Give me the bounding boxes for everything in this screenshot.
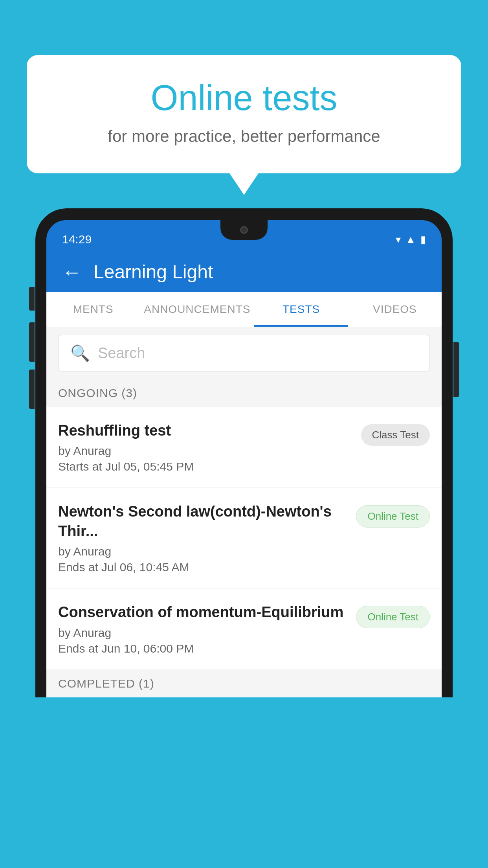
- search-container: 🔍 Search: [46, 327, 442, 379]
- bubble-subtitle: for more practice, better performance: [58, 127, 430, 146]
- tab-videos[interactable]: VIDEOS: [348, 292, 442, 327]
- search-placeholder: Search: [98, 345, 145, 362]
- status-icons: ▾ ▲ ▮: [396, 234, 426, 246]
- signal-icon: ▲: [405, 234, 416, 246]
- status-time: 14:29: [62, 233, 92, 246]
- class-test-badge: Class Test: [361, 424, 430, 446]
- test-name: Conservation of momentum-Equilibrium: [58, 603, 348, 622]
- back-button[interactable]: ←: [62, 262, 82, 282]
- phone-screen: ← Learning Light MENTS ANNOUNCEMENTS TES…: [46, 252, 442, 697]
- wifi-icon: ▾: [396, 234, 401, 246]
- phone-notch: [220, 220, 268, 240]
- test-date: Ends at Jun 10, 06:00 PM: [58, 642, 348, 655]
- test-list: Reshuffling test by Anurag Starts at Jul…: [46, 407, 442, 670]
- test-name: Newton's Second law(contd)-Newton's Thir…: [58, 502, 348, 541]
- phone-side-btn: [29, 287, 35, 311]
- phone-frame: 14:29 ▾ ▲ ▮ ← Learning Light MENTS: [35, 208, 453, 697]
- completed-section-header: COMPLETED (1): [46, 670, 442, 697]
- battery-icon: ▮: [420, 234, 426, 246]
- test-author: by Anurag: [58, 444, 353, 458]
- tab-ments[interactable]: MENTS: [46, 292, 140, 327]
- phone-power-btn: [453, 342, 459, 397]
- ongoing-section-header: ONGOING (3): [46, 379, 442, 407]
- search-icon: 🔍: [70, 344, 90, 362]
- background: Online tests for more practice, better p…: [0, 0, 488, 868]
- bubble-title: Online tests: [58, 79, 430, 118]
- tabs-container: MENTS ANNOUNCEMENTS TESTS VIDEOS: [46, 292, 442, 327]
- tab-tests[interactable]: TESTS: [254, 292, 348, 327]
- test-item[interactable]: Reshuffling test by Anurag Starts at Jul…: [46, 407, 442, 488]
- test-info: Conservation of momentum-Equilibrium by …: [58, 603, 348, 655]
- phone-vol-down-btn: [29, 370, 35, 409]
- test-date: Ends at Jul 06, 10:45 AM: [58, 561, 348, 574]
- app-title: Learning Light: [94, 261, 213, 283]
- test-item[interactable]: Newton's Second law(contd)-Newton's Thir…: [46, 488, 442, 588]
- speech-bubble: Online tests for more practice, better p…: [27, 55, 461, 173]
- search-bar[interactable]: 🔍 Search: [58, 335, 430, 371]
- online-test-badge: Online Test: [356, 505, 430, 528]
- test-date: Starts at Jul 05, 05:45 PM: [58, 460, 353, 473]
- test-item[interactable]: Conservation of momentum-Equilibrium by …: [46, 588, 442, 669]
- online-test-badge-2: Online Test: [356, 606, 430, 628]
- tab-announcements[interactable]: ANNOUNCEMENTS: [140, 292, 254, 327]
- test-author: by Anurag: [58, 545, 348, 558]
- test-name: Reshuffling test: [58, 421, 353, 440]
- test-info: Reshuffling test by Anurag Starts at Jul…: [58, 421, 353, 473]
- test-info: Newton's Second law(contd)-Newton's Thir…: [58, 502, 348, 574]
- phone-vol-up-btn: [29, 322, 35, 362]
- front-camera: [240, 226, 248, 234]
- test-author: by Anurag: [58, 626, 348, 640]
- phone-container: 14:29 ▾ ▲ ▮ ← Learning Light MENTS: [35, 208, 453, 868]
- app-header: ← Learning Light: [46, 252, 442, 292]
